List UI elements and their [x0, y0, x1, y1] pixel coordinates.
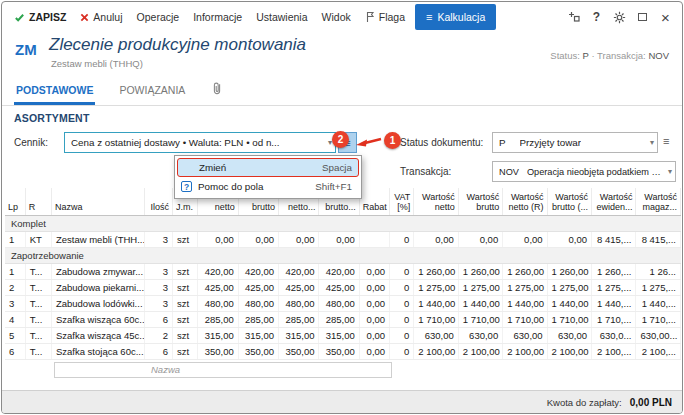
- menu-widok[interactable]: Widok: [315, 4, 358, 30]
- cell[interactable]: 8 415,...: [636, 231, 681, 247]
- cell[interactable]: 2 100,00: [547, 343, 591, 359]
- cell[interactable]: KT: [25, 231, 51, 247]
- cell[interactable]: 4: [5, 311, 25, 327]
- cancel-button[interactable]: Anuluj: [73, 4, 129, 30]
- cell[interactable]: 2 100,00: [414, 343, 458, 359]
- cell[interactable]: 3: [144, 279, 172, 295]
- cell[interactable]: 630,00: [503, 327, 547, 343]
- cell[interactable]: 3: [144, 295, 172, 311]
- cell[interactable]: 1 710,00: [458, 311, 502, 327]
- column-header[interactable]: Wartość netto (R): [503, 188, 547, 215]
- cell[interactable]: Szafka stojąca 60c...: [51, 343, 144, 359]
- context-menu-item[interactable]: ZmieńSpacja: [177, 158, 359, 177]
- column-header[interactable]: Wartość netto: [414, 188, 458, 215]
- cell[interactable]: 420,00: [319, 263, 359, 279]
- cell[interactable]: T...: [25, 295, 51, 311]
- cell[interactable]: 0: [390, 279, 414, 295]
- cell[interactable]: 630,00: [458, 327, 502, 343]
- cell[interactable]: 1 260,00: [414, 263, 458, 279]
- column-header[interactable]: Rabat: [359, 188, 389, 215]
- cell[interactable]: 425,00: [319, 279, 359, 295]
- close-button[interactable]: ×: [654, 4, 677, 30]
- attachment-button[interactable]: [211, 81, 223, 99]
- cell[interactable]: 3: [5, 295, 25, 311]
- cell[interactable]: 1 260,00: [458, 263, 502, 279]
- cell[interactable]: 0,00: [359, 295, 389, 311]
- cell[interactable]: szt: [173, 311, 198, 327]
- cell[interactable]: 285,00: [238, 311, 278, 327]
- cell[interactable]: szt: [173, 343, 198, 359]
- cell[interactable]: 0: [390, 311, 414, 327]
- status-field-menu-button[interactable]: ≡: [663, 135, 669, 147]
- cell[interactable]: szt: [173, 327, 198, 343]
- tab-powiazania[interactable]: POWIĄZANIA: [117, 78, 187, 105]
- cell[interactable]: 1 275,00: [503, 279, 547, 295]
- cell[interactable]: 2 100,00: [458, 343, 502, 359]
- cell[interactable]: T...: [25, 343, 51, 359]
- save-button[interactable]: ZAPISZ: [7, 4, 73, 30]
- table-row[interactable]: 3T...Zabudowa lodówki...3szt480,00480,00…: [5, 295, 681, 311]
- cell[interactable]: 420,00: [279, 263, 319, 279]
- cell[interactable]: 2: [144, 327, 172, 343]
- cell[interactable]: 1 275,...: [636, 279, 681, 295]
- cell[interactable]: 0,00: [279, 231, 319, 247]
- help-button[interactable]: ?: [585, 4, 608, 30]
- flag-button[interactable]: Flaga: [358, 4, 412, 30]
- cell[interactable]: 0: [390, 263, 414, 279]
- cell[interactable]: 425,00: [279, 279, 319, 295]
- cell[interactable]: 6: [144, 343, 172, 359]
- cell[interactable]: 0,00: [503, 231, 547, 247]
- cell[interactable]: 0,00: [547, 231, 591, 247]
- cell[interactable]: 350,00: [198, 343, 238, 359]
- cell[interactable]: Zestaw mebli (THH...: [51, 231, 144, 247]
- cell[interactable]: 630,00...: [636, 327, 681, 343]
- cell[interactable]: 480,00: [319, 295, 359, 311]
- column-header[interactable]: Ilość: [144, 188, 172, 215]
- cell[interactable]: [359, 231, 389, 247]
- cell[interactable]: T...: [25, 327, 51, 343]
- cell[interactable]: T...: [25, 311, 51, 327]
- table-row[interactable]: 5T...Szafka wisząca 45c...2szt315,00315,…: [5, 327, 681, 343]
- cell[interactable]: Zabudowa piekarni...: [51, 279, 144, 295]
- cell[interactable]: Szafka wisząca 60c...: [51, 311, 144, 327]
- table-row[interactable]: 1KTZestaw mebli (THH...3szt0,000,000,000…: [5, 231, 681, 247]
- cell[interactable]: 630,00: [547, 327, 591, 343]
- cell[interactable]: Szafka wisząca 45c...: [51, 327, 144, 343]
- cell[interactable]: 8 415,...: [592, 231, 636, 247]
- cell[interactable]: 2 100,...: [636, 343, 681, 359]
- column-header[interactable]: Nazwa: [51, 188, 144, 215]
- column-header[interactable]: Wartość brutto: [458, 188, 502, 215]
- cell[interactable]: 420,00: [198, 263, 238, 279]
- cell[interactable]: Zabudowa lodówki...: [51, 295, 144, 311]
- transakcja-combobox[interactable]: NOV Operacja nieobjęta podatkiem VAT ▾: [492, 161, 676, 182]
- cell[interactable]: 1 440,...: [636, 295, 681, 311]
- cell[interactable]: 1 275,...: [592, 279, 636, 295]
- table-row[interactable]: 2T...Zabudowa piekarni...3szt425,00425,0…: [5, 279, 681, 295]
- cell[interactable]: T...: [25, 263, 51, 279]
- cell[interactable]: 1 275,00: [547, 279, 591, 295]
- cell[interactable]: 480,00: [198, 295, 238, 311]
- column-header[interactable]: Lp: [5, 188, 25, 215]
- cell[interactable]: 1: [5, 231, 25, 247]
- cell[interactable]: 425,00: [238, 279, 278, 295]
- cennik-combobox[interactable]: Cena z ostatniej dostawy • Waluta: PLN •…: [64, 132, 336, 153]
- cell[interactable]: 1 440,...: [592, 295, 636, 311]
- cell[interactable]: 480,00: [279, 295, 319, 311]
- cell[interactable]: 1 440,00: [503, 295, 547, 311]
- cell[interactable]: 1 260,00: [503, 263, 547, 279]
- cell[interactable]: 6: [144, 311, 172, 327]
- maximize-button[interactable]: [631, 4, 654, 30]
- cell[interactable]: 0,00: [359, 311, 389, 327]
- table-row[interactable]: 1T...Zabudowa zmywar...3szt420,00420,004…: [5, 263, 681, 279]
- cell[interactable]: 0: [390, 231, 414, 247]
- cell[interactable]: 0: [390, 343, 414, 359]
- cell[interactable]: 420,00: [238, 263, 278, 279]
- cell[interactable]: 480,00: [238, 295, 278, 311]
- cell[interactable]: 1 440,00: [414, 295, 458, 311]
- cell[interactable]: 1: [5, 263, 25, 279]
- column-header[interactable]: Wartość brutto (...: [547, 188, 591, 215]
- cell[interactable]: 6: [5, 343, 25, 359]
- menu-operacje[interactable]: Operacje: [130, 4, 187, 30]
- cell[interactable]: szt: [173, 279, 198, 295]
- cell[interactable]: 315,00: [238, 327, 278, 343]
